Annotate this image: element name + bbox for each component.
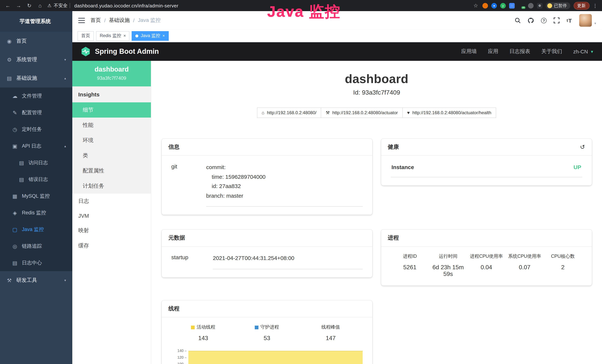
git-branch-line: branch: master: [206, 191, 363, 200]
sidebar-item-error-logs[interactable]: ▤ 错误日志: [0, 171, 72, 188]
sidebar-item-infrastructure[interactable]: ▤ 基础设施 ▴: [0, 69, 72, 87]
extension-icon-1[interactable]: [483, 3, 488, 8]
sba-menu-jvm[interactable]: JVM: [72, 209, 151, 223]
sidebar-item-access-logs[interactable]: ▤ 访问日志: [0, 154, 72, 171]
eye-icon: ◎: [12, 243, 18, 249]
sidebar-item-home[interactable]: ◉ 首页: [0, 32, 72, 50]
reload-icon[interactable]: ↻: [26, 3, 33, 9]
extension-icon-7[interactable]: ⚙: [537, 3, 542, 8]
fullscreen-icon[interactable]: [554, 17, 559, 23]
address-bar[interactable]: dashboard.yudao.iocoder.cn/infra/admin-s…: [74, 3, 178, 8]
tag-redis-monitor[interactable]: Redis 监控 ×: [96, 31, 129, 41]
update-button[interactable]: 更新: [573, 2, 589, 10]
sidebar-item-scheduled-tasks[interactable]: ◷ 定时任务: [0, 121, 72, 138]
sba-menu-logs[interactable]: 日志: [72, 193, 151, 209]
sba-nav-journal[interactable]: 日志报表: [509, 48, 530, 55]
close-icon[interactable]: ×: [162, 34, 165, 38]
extension-icon-3[interactable]: y: [500, 3, 506, 8]
sba-menu-details[interactable]: 细节: [72, 102, 151, 118]
sidebar-menu: ◉ 首页 ⚙ 系统管理 ▾ ▤ 基础设施 ▴ ☁ 文件管理: [0, 32, 72, 364]
legend-blue-icon: [255, 325, 259, 329]
sidebar-item-label: 定时任务: [22, 126, 42, 133]
browser-menu-kebab-icon[interactable]: ⋮: [593, 3, 598, 8]
tag-label: Redis 监控: [100, 33, 121, 39]
site-security-chip[interactable]: ⚠ 不安全: [47, 2, 70, 9]
sba-instance-header[interactable]: dashboard 93a3fc7f7409: [72, 61, 151, 86]
user-avatar[interactable]: [579, 14, 592, 27]
home-icon[interactable]: ⌂: [37, 3, 43, 9]
stat-system-cpu: 系统CPU使用率 0.07: [505, 253, 544, 278]
sidebar-item-redis-monitor[interactable]: ◈ Redis 监控: [0, 204, 72, 221]
breadcrumb-home[interactable]: 首页: [90, 17, 101, 24]
sba-nav-applications[interactable]: 应用: [488, 48, 498, 55]
sidebar-item-label: 链路追踪: [22, 243, 42, 249]
info-git-row: git commit: time: 1596289704000 id: 27aa…: [171, 162, 363, 207]
app-title: 芋道管理系统: [20, 18, 51, 25]
metadata-value: 2021-04-27T00:44:31.254+08:00: [213, 253, 363, 269]
service-url-link[interactable]: ⌂ http://192.168.0.2:48080/: [257, 107, 321, 118]
health-url-link[interactable]: ♥ http://192.168.0.2:48080/actuator/heal…: [402, 107, 496, 118]
sba-sidebar: dashboard 93a3fc7f7409 Insights 细节 性能 环境…: [72, 61, 151, 364]
sba-content: dashboard Id: 93a3fc7f7409 ⌂ http://192.…: [151, 61, 602, 364]
sba-nav-about[interactable]: 关于我们: [541, 48, 562, 55]
history-icon[interactable]: ↺: [580, 143, 585, 150]
tag-java-monitor[interactable]: Java 监控 ×: [132, 31, 169, 41]
sba-locale-select[interactable]: zh-CN ▼: [573, 49, 594, 54]
sidebar-item-java-monitor[interactable]: ▢ Java 监控: [0, 221, 72, 238]
sidebar-item-mysql-monitor[interactable]: ▦ MySQL 监控: [0, 188, 72, 204]
app-logo-row[interactable]: 芋道管理系统: [0, 11, 72, 32]
extension-icon-2[interactable]: ●: [491, 3, 497, 8]
sidebar-item-config-management[interactable]: ✎ 配置管理: [0, 104, 72, 121]
sba-menu-performance[interactable]: 性能: [72, 118, 151, 133]
breadcrumb-infrastructure[interactable]: 基础设施: [109, 17, 130, 24]
close-icon[interactable]: ×: [123, 34, 126, 38]
sba-menu-config-properties[interactable]: 配置属性: [72, 163, 151, 178]
sidebar-item-api-logs[interactable]: ▣ API 日志 ▴: [0, 138, 72, 154]
sba-brand-link[interactable]: Spring Boot Admin: [80, 46, 159, 57]
extension-icon-6[interactable]: [528, 3, 534, 8]
sba-brand-title: Spring Boot Admin: [95, 47, 159, 56]
bookmark-star-icon[interactable]: ☆: [473, 3, 479, 9]
infrastructure-submenu: ☁ 文件管理 ✎ 配置管理 ◷ 定时任务 ▣ API 日志 ▴: [0, 87, 72, 271]
process-card: 进程 进程ID 5261 运行时间: [381, 230, 592, 286]
sba-menu-environment[interactable]: 环境: [72, 133, 151, 148]
sidebar-item-file-management[interactable]: ☁ 文件管理: [0, 87, 72, 104]
document-icon: ▤: [19, 176, 24, 182]
sidebar-item-label: API 日志: [22, 143, 41, 149]
extension-icon-4[interactable]: ∷: [509, 3, 515, 8]
forward-icon[interactable]: →: [15, 3, 22, 9]
sba-menu-scheduled-tasks[interactable]: 计划任务: [72, 178, 151, 193]
sidebar-item-dev-tools[interactable]: ⚒ 研发工具 ▾: [0, 271, 72, 290]
help-icon[interactable]: ?: [541, 18, 547, 23]
dashboard-icon: ◉: [6, 38, 12, 44]
sba-menu-classes[interactable]: 类: [72, 148, 151, 163]
breadcrumb: 首页 / 基础设施 / Java 监控: [90, 17, 161, 24]
info-key: git: [171, 162, 206, 207]
font-size-icon[interactable]: tT: [567, 17, 572, 23]
extension-icon-5[interactable]: on: [518, 3, 525, 8]
sidebar-item-log-center[interactable]: ▤ 日志中心: [0, 254, 72, 271]
view-tags-bar: 首页 Redis 监控 × Java 监控 ×: [72, 30, 602, 42]
page-instance-id: Id: 93a3fc7f7409: [162, 89, 592, 96]
github-icon[interactable]: [528, 17, 534, 23]
sba-nav-wallboard[interactable]: 应用墙: [461, 48, 477, 55]
health-instance-row: Instance UP: [391, 162, 582, 177]
sidebar-item-trace[interactable]: ◎ 链路追踪: [0, 238, 72, 254]
actuator-url-link[interactable]: ⚒ http://192.168.0.2:48080/actuator: [321, 107, 403, 118]
sidebar-collapse-icon[interactable]: [78, 17, 85, 23]
card-title: 信息: [168, 143, 180, 150]
clock-icon: ◷: [12, 126, 18, 132]
link-url: http://192.168.0.2:48080/actuator: [332, 110, 398, 115]
back-icon[interactable]: ←: [4, 3, 11, 9]
sba-nav: 应用墙 应用 日志报表 关于我们 zh-CN ▼: [461, 48, 594, 55]
sba-menu-mappings[interactable]: 映射: [72, 223, 151, 238]
sidebar-item-label: 日志中心: [22, 259, 42, 266]
search-icon[interactable]: [515, 17, 521, 23]
paused-badge[interactable]: 已暂停: [546, 2, 570, 9]
threads-card: 线程 活动线程 143: [162, 300, 372, 364]
sidebar-item-system-management[interactable]: ⚙ 系统管理 ▾: [0, 50, 72, 69]
tag-home[interactable]: 首页: [77, 31, 94, 41]
page-title: dashboard: [162, 72, 592, 86]
stat-peak-threads: 线程峰值 147: [299, 324, 363, 342]
sba-menu-caches[interactable]: 缓存: [72, 238, 151, 253]
